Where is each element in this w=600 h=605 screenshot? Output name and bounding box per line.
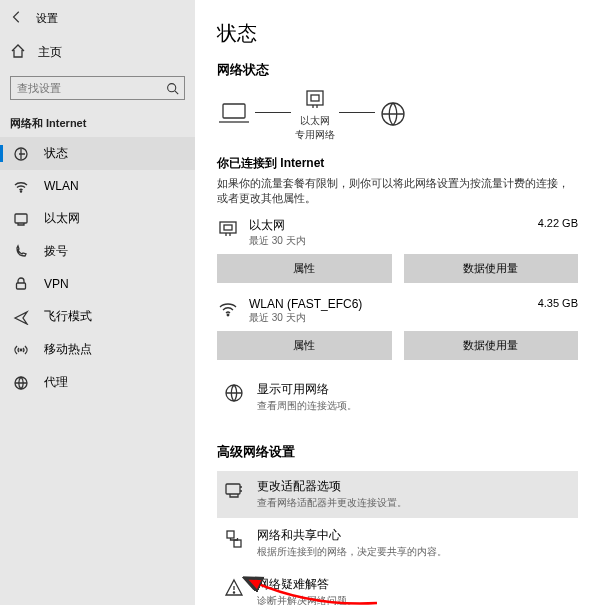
sidebar-item-label: 代理 [44,374,68,391]
settings-title: 设置 [36,11,58,26]
connection-meta: 最近 30 天内 [249,311,528,325]
connection-ethernet: 以太网 最近 30 天内 4.22 GB 属性 数据使用量 [217,217,578,283]
globe-icon [379,100,407,131]
data-usage-button[interactable]: 数据使用量 [404,331,579,360]
connection-usage: 4.35 GB [538,297,578,309]
diagram-label-2: 专用网络 [295,129,335,141]
sidebar-item-label: 移动热点 [44,341,92,358]
svg-rect-16 [227,531,234,538]
hotspot-icon [12,342,30,358]
svg-rect-3 [15,214,27,223]
svg-rect-7 [223,104,245,118]
row-sub: 诊断并解决网络问题。 [257,594,357,605]
svg-point-0 [168,83,176,91]
sidebar-item-label: WLAN [44,179,79,193]
back-icon[interactable] [10,10,24,27]
connection-ethernet-icon [217,217,239,239]
connection-usage: 4.22 GB [538,217,578,229]
row-title: 更改适配器选项 [257,479,407,494]
search-box[interactable] [10,76,185,100]
connection-name: 以太网 [249,217,528,234]
connected-body: 如果你的流量套餐有限制，则你可以将此网络设置为按流量计费的连接，或者更改其他属性… [217,176,578,207]
svg-rect-4 [17,283,26,289]
svg-rect-12 [224,225,232,230]
row-sub: 查看网络适配器并更改连接设置。 [257,496,407,510]
diagram-label-1: 以太网 [300,115,330,127]
svg-rect-17 [234,540,241,547]
proxy-icon [12,375,30,391]
network-diagram: 以太网 专用网络 [217,89,578,141]
page-title: 状态 [217,20,578,47]
svg-point-2 [20,191,21,192]
sidebar-item-hotspot[interactable]: 移动热点 [0,333,195,366]
sharing-icon [223,528,245,549]
row-title: 网络疑难解答 [257,577,357,592]
sidebar-item-label: 以太网 [44,210,80,227]
connected-title: 你已连接到 Internet [217,155,578,172]
status-icon [12,146,30,162]
sidebar-item-label: 状态 [44,145,68,162]
sidebar-item-airplane[interactable]: 飞行模式 [0,300,195,333]
show-networks-sub: 查看周围的连接选项。 [257,399,357,413]
airplane-icon [12,309,30,325]
sidebar-item-status[interactable]: 状态 [0,137,195,170]
svg-point-18 [233,592,234,593]
row-title: 网络和共享中心 [257,528,447,543]
show-networks-row[interactable]: 显示可用网络 查看周围的连接选项。 [217,374,578,421]
home-label: 主页 [38,44,62,61]
laptop-icon [217,101,251,130]
ethernet-device-icon [304,89,326,113]
sidebar-item-label: VPN [44,277,69,291]
connection-name: WLAN (FAST_EFC6) [249,297,528,311]
svg-rect-15 [226,484,240,494]
sidebar-item-proxy[interactable]: 代理 [0,366,195,399]
globe-small-icon [223,382,245,403]
sidebar-item-label: 飞行模式 [44,308,92,325]
connection-wifi-icon [217,297,239,319]
home-button[interactable]: 主页 [0,35,195,70]
sidebar-heading: 网络和 Internet [0,106,195,137]
troubleshoot-row[interactable]: 网络疑难解答 诊断并解决网络问题。 [217,569,578,605]
adapter-options-row[interactable]: 更改适配器选项 查看网络适配器并更改连接设置。 [217,471,578,518]
connection-wlan: WLAN (FAST_EFC6) 最近 30 天内 4.35 GB 属性 数据使… [217,297,578,360]
main-content: 状态 网络状态 以太网 专用网络 你已连接到 Internet 如果你的流量套餐… [195,0,600,605]
row-sub: 根据所连接到的网络，决定要共享的内容。 [257,545,447,559]
vpn-icon [12,276,30,292]
search-input[interactable] [11,80,161,96]
ethernet-icon [12,211,30,227]
dialup-icon [12,244,30,260]
properties-button[interactable]: 属性 [217,254,392,283]
advanced-settings-heading: 高级网络设置 [217,443,578,461]
wifi-icon [12,178,30,194]
svg-point-13 [227,314,229,316]
sidebar-item-wlan[interactable]: WLAN [0,170,195,202]
connection-meta: 最近 30 天内 [249,234,528,248]
show-networks-title: 显示可用网络 [257,382,357,397]
svg-rect-11 [220,222,236,233]
sidebar-item-label: 拨号 [44,243,68,260]
sidebar-item-dialup[interactable]: 拨号 [0,235,195,268]
sidebar-item-vpn[interactable]: VPN [0,268,195,300]
sidebar-item-ethernet[interactable]: 以太网 [0,202,195,235]
svg-point-5 [20,349,22,351]
search-icon[interactable] [161,82,184,95]
warning-icon [223,577,245,598]
home-icon [10,43,26,62]
data-usage-button[interactable]: 数据使用量 [404,254,579,283]
adapter-icon [223,479,245,500]
svg-rect-8 [307,91,323,105]
properties-button[interactable]: 属性 [217,331,392,360]
sharing-center-row[interactable]: 网络和共享中心 根据所连接到的网络，决定要共享的内容。 [217,520,578,567]
network-status-heading: 网络状态 [217,61,578,79]
svg-rect-9 [311,95,319,101]
settings-sidebar: 设置 主页 网络和 Internet 状态 WLAN [0,0,195,605]
